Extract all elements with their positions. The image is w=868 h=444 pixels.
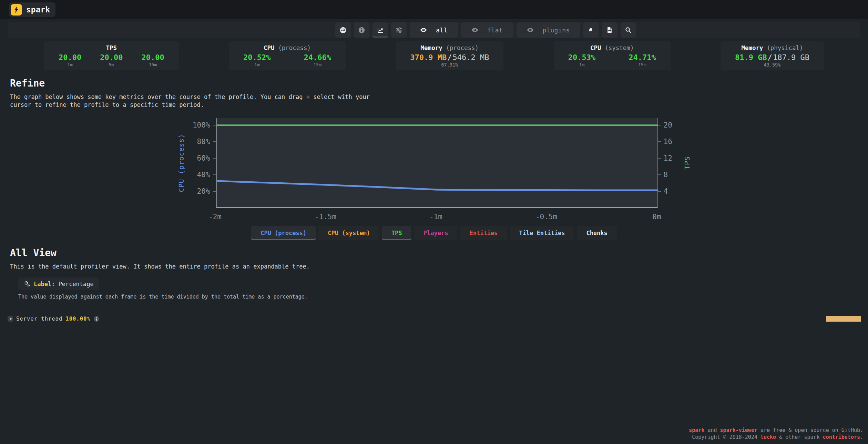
stat-tps: TPS 20.001m 20.005m 20.0015m bbox=[44, 41, 179, 70]
eye-icon bbox=[471, 27, 478, 33]
tps-5m: 20.005m bbox=[100, 53, 123, 67]
view-flat-label: flat bbox=[487, 27, 503, 34]
stat-title: Memory bbox=[741, 44, 763, 51]
label-mode-key: Label: bbox=[34, 281, 55, 287]
contributors-link[interactable]: contributors bbox=[823, 434, 860, 440]
view-all-button[interactable]: all bbox=[410, 22, 458, 38]
all-view-heading: All View bbox=[10, 247, 868, 259]
view-plugins-label: plugins bbox=[543, 27, 570, 34]
view-all-label: all bbox=[436, 27, 448, 34]
spark-logo[interactable]: spark bbox=[9, 2, 55, 17]
spark-viewer-link[interactable]: spark-viewer bbox=[720, 427, 757, 433]
stat-qualifier: (physical) bbox=[767, 44, 803, 51]
chart-toggle-cpu-process[interactable]: CPU (process) bbox=[251, 226, 316, 240]
tps-15m: 20.0015m bbox=[141, 53, 164, 67]
stat-cpu-process: CPU (process) 20.52%1m 24.66%15m bbox=[229, 41, 346, 70]
chart-toggle-players[interactable]: Players bbox=[414, 226, 458, 240]
chart-plot-area[interactable] bbox=[216, 118, 658, 208]
memory-physical-usage: 81.9 GB/187.9 GB bbox=[735, 53, 809, 62]
chart-toggle-chunks[interactable]: Chunks bbox=[577, 226, 616, 240]
chart-toggle-cpu-system[interactable]: CPU (system) bbox=[318, 226, 379, 240]
stat-title: CPU bbox=[264, 44, 275, 51]
right-axis-title: TPS bbox=[680, 118, 694, 208]
lucko-link[interactable]: lucko bbox=[760, 434, 776, 440]
info-circle-icon[interactable] bbox=[94, 316, 99, 322]
left-axis-title: CPU (process) bbox=[174, 118, 188, 208]
refine-chart: CPU (process) 100%80%60%40%20% 20161284 … bbox=[0, 118, 868, 208]
stat-cpu-system: CPU (system) 20.53%1m 24.71%15m bbox=[554, 41, 671, 70]
right-axis-tick: 20 bbox=[658, 121, 672, 130]
header-bar: spark bbox=[0, 0, 868, 19]
memory-process-percent: 67.91% bbox=[410, 62, 489, 68]
x-axis-ticks: -2m-1.5m-1m-0.5m0m bbox=[215, 210, 657, 222]
stats-row: TPS 20.001m 20.005m 20.0015m CPU (proces… bbox=[44, 41, 824, 70]
cpu-system-1m: 20.53%1m bbox=[568, 53, 595, 67]
left-axis-tick: 60% bbox=[197, 154, 216, 163]
chart-toggle-tps[interactable]: TPS bbox=[382, 226, 411, 240]
right-axis-ticks: 20161284 bbox=[658, 118, 680, 208]
right-axis-tick: 16 bbox=[658, 137, 672, 146]
caret-right-icon[interactable] bbox=[8, 316, 13, 322]
chart-line-icon[interactable] bbox=[372, 22, 388, 38]
x-axis-tick: -0.5m bbox=[535, 213, 557, 221]
left-axis-ticks: 100%80%60%40%20% bbox=[188, 118, 216, 208]
x-axis-tick: -1m bbox=[429, 213, 442, 221]
lightning-bolt-icon bbox=[11, 4, 22, 16]
label-mode-selector[interactable]: Label: Percentage bbox=[18, 278, 99, 290]
right-axis-tick: 12 bbox=[658, 154, 672, 163]
brand-name: spark bbox=[26, 5, 50, 14]
thread-label: Server thread bbox=[16, 316, 62, 322]
toolbar: all flat plugins bbox=[8, 22, 860, 38]
gauge-icon[interactable] bbox=[335, 22, 351, 38]
footer-line-1: spark and spark-viewer are free & open s… bbox=[689, 427, 863, 434]
label-mode-description: The value displayed against each frame i… bbox=[18, 294, 868, 300]
x-axis-tick: 0m bbox=[652, 213, 661, 221]
stat-title: Memory bbox=[421, 44, 442, 51]
stat-memory-process: Memory (process) 370.9 MB/546.2 MB 67.91… bbox=[396, 41, 503, 70]
refine-description: The graph below shows some key metrics o… bbox=[10, 93, 868, 109]
left-axis-tick: 40% bbox=[197, 170, 216, 179]
stat-qualifier: (system) bbox=[605, 44, 634, 51]
stat-qualifier: (process) bbox=[446, 44, 479, 51]
tps-1m: 20.001m bbox=[59, 53, 81, 67]
label-mode-value: Percentage bbox=[58, 281, 93, 287]
chart-toggle-tile-entities[interactable]: Tile Entities bbox=[510, 226, 574, 240]
right-axis-tick: 8 bbox=[658, 170, 668, 179]
cpu-system-15m: 24.71%15m bbox=[629, 53, 656, 67]
refine-heading: Refine bbox=[10, 78, 868, 89]
export-icon[interactable] bbox=[602, 22, 617, 38]
eye-icon bbox=[420, 27, 427, 33]
stat-title: TPS bbox=[106, 44, 117, 51]
profile-tree-row: Server thread 100.00% bbox=[8, 316, 861, 322]
time-percentage-bar[interactable] bbox=[826, 316, 861, 322]
server-thread-node[interactable]: Server thread 100.00% bbox=[8, 316, 99, 322]
all-view-description: This is the default profiler view. It sh… bbox=[10, 263, 868, 271]
footer: spark and spark-viewer are free & open s… bbox=[689, 427, 863, 441]
chart-series-canvas bbox=[217, 118, 658, 208]
right-axis-tick: 4 bbox=[658, 187, 668, 196]
info-icon[interactable] bbox=[354, 22, 369, 38]
memory-process-usage: 370.9 MB/546.2 MB bbox=[410, 53, 489, 62]
left-axis-tick: 100% bbox=[193, 121, 216, 130]
view-flat-button[interactable]: flat bbox=[461, 22, 513, 38]
view-plugins-button[interactable]: plugins bbox=[517, 22, 580, 38]
left-axis-tick: 80% bbox=[197, 137, 216, 146]
left-axis-tick: 20% bbox=[197, 187, 216, 196]
flame-icon[interactable] bbox=[583, 22, 599, 38]
cpu-process-1m: 20.52%1m bbox=[243, 53, 270, 67]
stat-qualifier: (process) bbox=[278, 44, 311, 51]
series-cpu-process bbox=[217, 181, 658, 190]
stat-memory-physical: Memory (physical) 81.9 GB/187.9 GB 43.59… bbox=[721, 41, 824, 70]
toolbar-group: all flat plugins bbox=[335, 22, 636, 38]
x-axis-tick: -1.5m bbox=[315, 213, 336, 221]
sliders-icon[interactable] bbox=[391, 22, 407, 38]
eye-icon bbox=[527, 27, 534, 33]
chart-series-toggles: CPU (process)CPU (system)TPSPlayersEntit… bbox=[0, 226, 868, 240]
stat-title: CPU bbox=[590, 44, 601, 51]
gears-icon bbox=[24, 281, 30, 287]
spark-link[interactable]: spark bbox=[689, 427, 704, 433]
search-icon[interactable] bbox=[621, 22, 636, 38]
memory-physical-percent: 43.59% bbox=[735, 62, 809, 68]
chart-toggle-entities[interactable]: Entities bbox=[460, 226, 507, 240]
cpu-process-15m: 24.66%15m bbox=[304, 53, 331, 67]
